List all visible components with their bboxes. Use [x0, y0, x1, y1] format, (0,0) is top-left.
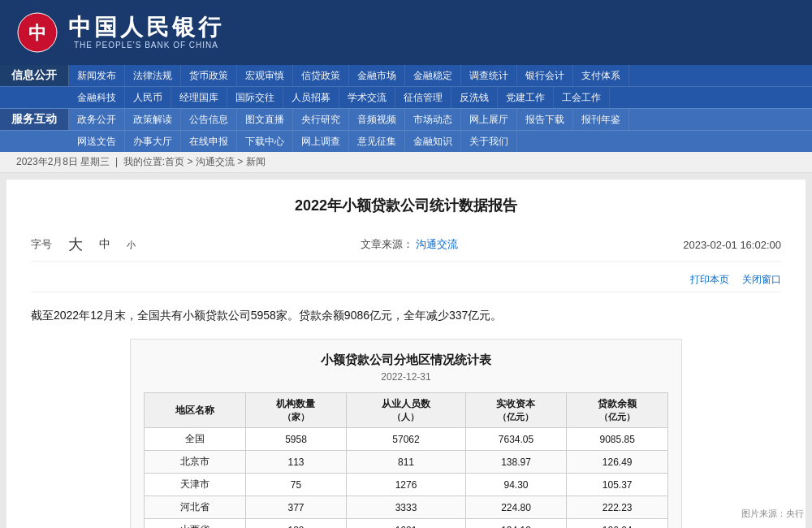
table-cell: 1276 — [347, 474, 465, 496]
nav-bank-acct[interactable]: 银行会计 — [517, 65, 573, 86]
nav-report-dl[interactable]: 报告下载 — [517, 109, 573, 130]
table-cell: 57062 — [347, 428, 465, 451]
table-cell: 222.23 — [567, 496, 668, 519]
nav-survey[interactable]: 调查统计 — [461, 65, 517, 86]
table-cell: 北京市 — [145, 451, 246, 474]
nav-monetary[interactable]: 货币政策 — [181, 65, 237, 86]
table-row: 河北省3773333224.80222.23 — [145, 496, 668, 519]
table-row: 天津市75127694.30105.37 — [145, 474, 668, 496]
nav-financial-stable[interactable]: 金融稳定 — [405, 65, 461, 86]
page-header: 中 中国人民银行 THE PEOPLE'S BANK OF CHINA — [0, 0, 812, 65]
nav-intl[interactable]: 国际交往 — [227, 87, 283, 108]
nav-net-send[interactable]: 网送文告 — [69, 131, 125, 152]
nav-row-2: 金融科技 人民币 经理国库 国际交往 人员招募 学术交流 征信管理 反洗钱 党建… — [69, 87, 812, 108]
table-cell: 188 — [245, 519, 347, 528]
nav-live[interactable]: 图文直播 — [237, 109, 293, 130]
table-header-row: 地区名称 机构数量（家） 从业人员数（人） 实收资本（亿元） 贷款余额（亿元） — [145, 393, 668, 428]
nav-yearbook[interactable]: 报刊年鉴 — [573, 109, 629, 130]
source-label: 文章来源： — [361, 238, 413, 250]
table-body: 全国5958570627634.059085.85北京市113811138.97… — [145, 428, 668, 528]
main-content: 2022年小额贷款公司统计数据报告 字号 大 中 小 文章来源： 沟通交流 20… — [6, 180, 806, 528]
print-button[interactable]: 打印本页 — [690, 273, 729, 287]
table-cell: 7634.05 — [465, 428, 567, 451]
nav-treasury[interactable]: 经理国库 — [171, 87, 227, 108]
nav-row-1: 新闻发布 法律法规 货币政策 宏观审慎 信贷政策 金融市场 金融稳定 调查统计 … — [69, 65, 812, 86]
nav-credit[interactable]: 信贷政策 — [293, 65, 349, 86]
nav-party[interactable]: 党建工作 — [498, 87, 554, 108]
table-cell: 75 — [245, 474, 347, 496]
table-cell: 124.13 — [465, 519, 567, 528]
table-cell: 138.97 — [465, 451, 567, 474]
nav-online-hall[interactable]: 网上展厅 — [461, 109, 517, 130]
nav-row-4: 网送文告 办事大厅 在线申报 下载中心 网上调查 意见征集 金融知识 关于我们 — [69, 131, 812, 152]
nav-service-hall[interactable]: 办事大厅 — [125, 131, 181, 152]
table-cell: 全国 — [145, 428, 246, 451]
table-cell: 106.04 — [567, 519, 668, 528]
font-medium-button[interactable]: 中 — [99, 237, 110, 252]
nav-online-apply[interactable]: 在线申报 — [181, 131, 237, 152]
nav-label-info: 信息公开 — [0, 65, 69, 86]
nav-gov-open[interactable]: 政务公开 — [69, 109, 125, 130]
nav-news[interactable]: 新闻发布 — [69, 65, 125, 86]
article-source: 文章来源： 沟通交流 — [361, 237, 459, 252]
table-cell: 9085.85 — [567, 428, 668, 451]
table-cell: 3333 — [347, 496, 465, 519]
nav-online-survey[interactable]: 网上调查 — [293, 131, 349, 152]
table-cell: 377 — [245, 496, 347, 519]
svg-text:中: 中 — [28, 23, 46, 43]
data-table: 地区名称 机构数量（家） 从业人员数（人） 实收资本（亿元） 贷款余额（亿元） … — [144, 392, 668, 528]
nav-aml[interactable]: 反洗钱 — [451, 87, 498, 108]
table-cell: 113 — [245, 451, 347, 474]
table-cell: 天津市 — [145, 474, 246, 496]
logo-text: 中国人民银行 THE PEOPLE'S BANK OF CHINA — [68, 15, 224, 50]
table-cell: 126.49 — [567, 451, 668, 474]
breadcrumb-location: 我的位置:首页 > 沟通交流 > 新闻 — [123, 156, 266, 167]
nav-financial-market[interactable]: 金融市场 — [349, 65, 405, 86]
col-capital: 实收资本（亿元） — [465, 393, 567, 428]
table-cell: 1601 — [347, 519, 465, 528]
table-cell: 811 — [347, 451, 465, 474]
nav-macro[interactable]: 宏观审慎 — [237, 65, 293, 86]
table-row: 北京市113811138.97126.49 — [145, 451, 668, 474]
table-cell: 105.37 — [567, 474, 668, 496]
nav-law[interactable]: 法律法规 — [125, 65, 181, 86]
col-region: 地区名称 — [145, 393, 246, 428]
nav-about[interactable]: 关于我们 — [461, 131, 517, 152]
nav-announce[interactable]: 公告信息 — [181, 109, 237, 130]
article-title: 2022年小额贷款公司统计数据报告 — [31, 196, 781, 215]
nav-fin-knowledge[interactable]: 金融知识 — [405, 131, 461, 152]
nav-row-3: 政务公开 政策解读 公告信息 图文直播 央行研究 音频视频 市场动态 网上展厅 … — [69, 109, 812, 130]
font-small-button[interactable]: 小 — [127, 239, 136, 251]
nav-recruit[interactable]: 人员招募 — [283, 87, 339, 108]
nav-policy-interp[interactable]: 政策解读 — [125, 109, 181, 130]
table-cell: 山西省 — [145, 519, 246, 528]
nav-feedback[interactable]: 意见征集 — [349, 131, 405, 152]
table-cell: 河北省 — [145, 496, 246, 519]
article-date: 2023-02-01 16:02:00 — [683, 239, 781, 251]
nav-payment[interactable]: 支付体系 — [573, 65, 629, 86]
nav-research[interactable]: 央行研究 — [293, 109, 349, 130]
nav-market[interactable]: 市场动态 — [405, 109, 461, 130]
nav-rmb[interactable]: 人民币 — [125, 87, 171, 108]
source-value: 沟通交流 — [416, 238, 458, 250]
col-employees: 从业人员数（人） — [347, 393, 465, 428]
meta-left: 字号 大 中 小 — [31, 235, 136, 254]
breadcrumb-bar: 2023年2月8日 星期三 | 我的位置:首页 > 沟通交流 > 新闻 — [0, 152, 812, 173]
logo-area: 中 中国人民银行 THE PEOPLE'S BANK OF CHINA — [16, 11, 224, 54]
nav-fintech[interactable]: 金融科技 — [69, 87, 125, 108]
nav-credit-mgmt[interactable]: 征信管理 — [395, 87, 451, 108]
nav-audio-video[interactable]: 音频视频 — [349, 109, 405, 130]
table-title: 小额贷款公司分地区情况统计表 — [144, 353, 668, 368]
logo-english: THE PEOPLE'S BANK OF CHINA — [74, 41, 218, 50]
col-institutions: 机构数量（家） — [245, 393, 347, 428]
close-button[interactable]: 关闭窗口 — [742, 273, 781, 287]
table-cell: 94.30 — [465, 474, 567, 496]
nav-download[interactable]: 下载中心 — [237, 131, 293, 152]
font-size-label: 字号 — [31, 237, 52, 252]
table-row: 山西省1881601124.13106.04 — [145, 519, 668, 528]
nav-label-service: 服务互动 — [0, 109, 69, 130]
font-large-button[interactable]: 大 — [68, 235, 83, 254]
nav-academic[interactable]: 学术交流 — [339, 87, 395, 108]
nav-union[interactable]: 工会工作 — [554, 87, 610, 108]
breadcrumb-date: 2023年2月8日 星期三 — [16, 156, 110, 167]
